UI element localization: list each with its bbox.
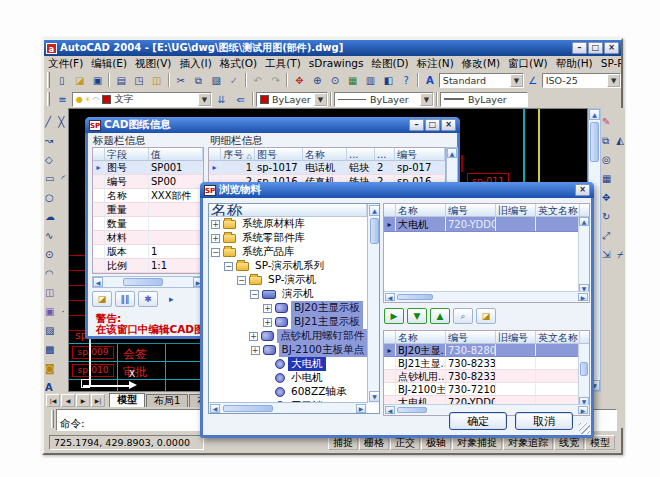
preview-icon[interactable]: ◳ <box>131 73 147 88</box>
top-table-hscrollbar[interactable]: ◀ ▶ <box>384 291 589 302</box>
move-icon[interactable]: ✥ <box>601 191 611 204</box>
command-grip[interactable] <box>51 410 54 428</box>
close-button[interactable]: × <box>604 42 619 54</box>
table-row[interactable]: 数量 <box>93 217 203 231</box>
tab-next-icon[interactable]: ▶ <box>76 394 90 407</box>
dim-style-combo[interactable]: ISO-25 ▼ <box>542 73 621 88</box>
menu-tools[interactable]: 工具(T) <box>261 56 305 70</box>
download-icon[interactable]: ▼ <box>407 308 427 324</box>
tree-hscrollbar[interactable]: ◀ ▶ <box>209 402 367 414</box>
save-icon[interactable]: ▣ <box>90 73 106 88</box>
menu-insert[interactable]: 插入(I) <box>175 56 215 70</box>
menu-modify[interactable]: 修改(M) <box>458 56 504 70</box>
materials-list-grid[interactable]: 名称 编号 旧编号 英文名称 ▸ BJ20主显... 730-8280... B… <box>383 330 590 416</box>
spline-icon[interactable]: ∿ <box>44 229 54 242</box>
dialog-minimize-button[interactable]: – <box>409 119 424 131</box>
toolbar-grip[interactable] <box>47 72 50 88</box>
tree-vscrollbar[interactable]: ▲ ▼ <box>367 204 380 403</box>
polyline-icon[interactable]: ↝ <box>44 134 54 147</box>
table-row[interactable]: ▸ 大电机 720-YDD0... <box>384 217 589 232</box>
toolbar-grip[interactable] <box>47 92 50 106</box>
open-info-icon[interactable]: ◪ <box>92 291 112 307</box>
trim-icon[interactable]: ⌿ <box>616 248 624 261</box>
add-part-icon[interactable]: ✱ <box>138 291 158 307</box>
menu-format[interactable]: 格式(O) <box>216 56 261 70</box>
tree-item-demo-machine[interactable]: − 演示机 <box>209 287 367 301</box>
tree-item-bj21-board[interactable]: + BJ21主显示板 <box>209 315 367 329</box>
menu-view[interactable]: 视图(V) <box>131 56 175 70</box>
tree-item-bj20-board[interactable]: + BJ20主显示板 <box>209 301 367 315</box>
paste-icon[interactable]: ▨ <box>208 73 224 88</box>
properties-icon[interactable]: ▥ <box>363 73 379 88</box>
designcenter-icon[interactable]: ◧ <box>380 73 396 88</box>
overflow-chevron-icon[interactable]: ▸ <box>169 294 174 304</box>
color-combo[interactable]: ByLayer ▼ <box>256 92 328 107</box>
tab-layout1[interactable]: 布局1 <box>146 394 188 407</box>
lineweight-combo[interactable]: ByLayer <box>440 92 528 107</box>
region-icon[interactable]: ▩ <box>44 343 55 356</box>
rectangle-icon[interactable]: ▭ <box>44 172 55 185</box>
open-folder-icon[interactable]: ◪ <box>476 308 496 324</box>
menu-window[interactable]: 窗口(W) <box>504 56 552 70</box>
titleblock-grid[interactable]: 字段 值 ▸ 图号 SP001 编号 SP00 名称 XXX部件 <box>92 147 204 274</box>
cut-icon[interactable]: ✂ <box>173 73 189 88</box>
table-row[interactable]: 版本 1 <box>93 245 203 259</box>
transfer-right-icon[interactable]: ▶ <box>384 308 404 324</box>
offset-icon[interactable]: ◎ <box>601 153 612 166</box>
table-row[interactable]: ▸ BJ20主显... 730-8280... <box>384 344 589 357</box>
polygon-icon[interactable]: ◇ <box>44 153 54 166</box>
titleblock-hscrollbar[interactable]: ◀ ▶ <box>92 276 204 288</box>
pan-icon[interactable]: ✥ <box>291 73 307 88</box>
tree-item-big-motor[interactable]: 大电机 <box>209 357 367 371</box>
array-icon[interactable]: ▦ <box>601 172 612 185</box>
chevron-down-icon[interactable]: ▼ <box>607 74 620 87</box>
erase-icon[interactable]: ✎ <box>601 115 611 128</box>
chevron-down-icon[interactable]: ▼ <box>314 93 327 106</box>
layer-properties-icon[interactable]: ≡ <box>54 92 71 107</box>
zoom-window-icon[interactable]: ⊙ <box>327 73 343 88</box>
mirror-icon[interactable]: ◭ <box>615 134 625 147</box>
top-table-vscrollbar[interactable]: ▲ ▼ <box>578 217 589 293</box>
tab-last-icon[interactable]: ▶| <box>91 394 105 407</box>
ellipse-arc-icon[interactable]: ◠ <box>44 267 55 280</box>
menu-sdrawings[interactable]: sDrawings <box>305 56 368 70</box>
linetype-combo[interactable]: ByLayer ▼ <box>334 92 434 107</box>
plot-icon[interactable]: ▤ <box>113 73 129 88</box>
rotate-icon[interactable]: ↻ <box>601 210 611 223</box>
match-properties-icon[interactable]: ✓ <box>226 73 242 88</box>
chevron-down-icon[interactable]: ▼ <box>198 93 211 106</box>
new-icon[interactable]: ▯ <box>54 73 70 88</box>
undo-icon[interactable]: ↶ <box>250 73 266 88</box>
tree-item-sp-demo-series[interactable]: − SP-演示机系列 <box>209 259 367 273</box>
cad-info-dialog-title[interactable]: SP CAD图纸信息 – □ × <box>85 117 460 133</box>
ok-button[interactable]: 确定 <box>449 412 507 430</box>
menu-help[interactable]: 帮助(H) <box>552 56 597 70</box>
table-row[interactable]: BJ21主显... 730-8233... <box>384 357 589 370</box>
barcode-icon[interactable]: ‖‖ <box>115 291 135 307</box>
tree-item-small-motor[interactable]: 小电机 <box>209 371 367 385</box>
tree-item-bj2100-board[interactable]: + BJ-2100主板单点 <box>209 343 367 357</box>
upload-icon[interactable]: ▲ <box>430 308 450 324</box>
tree-item-raw-materials[interactable]: + 系统原材料库 <box>209 217 367 231</box>
menu-dimension[interactable]: 标注(N) <box>413 56 458 70</box>
make-layer-current-icon[interactable]: ⇊ <box>213 92 230 107</box>
table-row[interactable]: 重量 <box>93 203 203 217</box>
tree-item-parts-lib[interactable]: + 系统零部件库 <box>209 231 367 245</box>
copy-object-icon[interactable]: ⧉ <box>601 134 610 147</box>
tree-item-screw-part[interactable]: + 点钞机用螺钉部件 <box>209 329 367 343</box>
dialog-close-button[interactable]: × <box>575 184 590 196</box>
zoom-realtime-icon[interactable]: ⊕ <box>309 73 325 88</box>
tree-item-products-lib[interactable]: − 系统产品库 <box>209 245 367 259</box>
redo-icon[interactable]: ↷ <box>268 73 284 88</box>
copy-clip-icon[interactable]: ⧉ <box>191 73 207 88</box>
open-icon[interactable]: ◪ <box>72 73 88 88</box>
publish-icon[interactable]: ◫ <box>149 73 165 88</box>
dialog-maximize-button[interactable]: □ <box>425 119 440 131</box>
cancel-button[interactable]: 取消 <box>515 412 573 430</box>
menu-sppdm-plugin[interactable]: SP-PDM插件(P) <box>597 56 621 70</box>
insert-block-icon[interactable]: ◫ <box>44 286 55 299</box>
tab-first-icon[interactable]: |◀ <box>46 394 60 407</box>
stretch-icon[interactable]: ⇲ <box>601 248 611 261</box>
revision-cloud-icon[interactable]: ☁ <box>44 210 56 223</box>
table-row[interactable]: 材料 <box>93 231 203 245</box>
